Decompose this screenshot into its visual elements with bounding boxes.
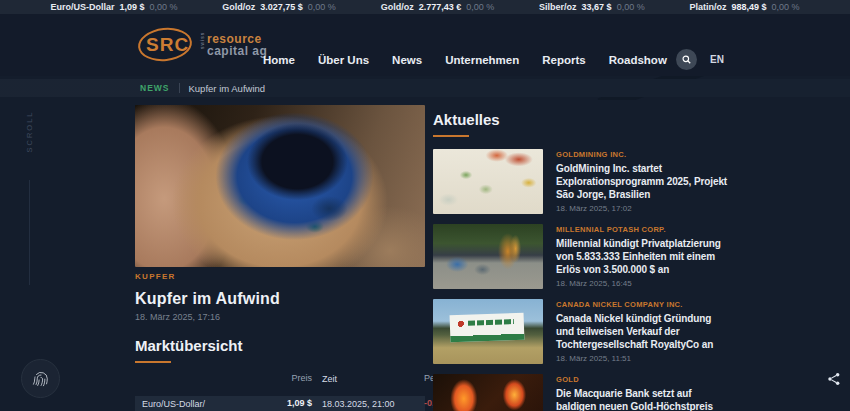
market-row-eur-usd: Euro/US-Dollar/ 1,09 $ 18.03.2025, 21:00… — [135, 396, 425, 411]
nav-item-news[interactable]: News — [392, 54, 422, 66]
col-zeit: Zeit — [322, 373, 424, 385]
ticker-value: 2.777,43 € — [419, 2, 462, 12]
ticker-label: Euro/US-Dollar — [50, 2, 114, 12]
breadcrumb-separator — [179, 83, 180, 93]
breadcrumb: NEWS Kupfer im Aufwind — [0, 79, 850, 97]
ticker-item-gold-usd: Gold/oz 3.027,75 $ 0,00 % — [222, 2, 336, 12]
nav-item-ueber-uns[interactable]: Über Uns — [318, 54, 369, 66]
main-content: KUPFER Kupfer im Aufwind 18. März 2025, … — [135, 105, 735, 411]
instrument-name: Euro/US-Dollar/ — [142, 398, 238, 410]
news-thumbnail-exploration-map — [433, 149, 543, 214]
logo-wordmark: resource capital ag — [207, 33, 267, 57]
news-thumbnail-canada-nickel-sign — [433, 299, 543, 364]
market-table-header: Preis Zeit Perf. % — [135, 371, 425, 396]
scroll-indicator: SCROLL — [9, 128, 49, 137]
nav-item-reports[interactable]: Reports — [542, 54, 585, 66]
news-item-canada-nickel[interactable]: CANADA NICKEL COMPANY INC. Canada Nickel… — [433, 299, 733, 364]
article-hero-image-copper-ore — [135, 105, 425, 267]
ticker-value: 1,09 $ — [119, 2, 144, 12]
scroll-label: SCROLL — [25, 113, 34, 153]
col-instrument — [142, 373, 238, 374]
aktuelles-title: Aktuelles — [433, 111, 733, 128]
news-text: MILLENNIAL POTASH CORP. Millennial kündi… — [556, 224, 728, 289]
share-button[interactable] — [822, 367, 846, 391]
ticker-item-eur-usd: Euro/US-Dollar 1,09 $ 0,00 % — [50, 2, 177, 12]
news-title: Millennial kündigt Privatplatzierung von… — [556, 237, 728, 276]
nav-item-home[interactable]: Home — [263, 54, 295, 66]
article-column: KUPFER Kupfer im Aufwind 18. März 2025, … — [135, 105, 425, 411]
news-item-millennial-potash[interactable]: MILLENNIAL POTASH CORP. Millennial kündi… — [433, 224, 733, 289]
search-button[interactable] — [676, 49, 697, 70]
news-title: GoldMining Inc. startet Explorationspro­… — [556, 162, 728, 201]
src-logo-mark: SRC — [138, 25, 196, 65]
nav-item-roadshow[interactable]: Roadshow — [609, 54, 667, 66]
article-category-tag[interactable]: KUPFER — [135, 272, 425, 281]
news-list: GOLDMINING INC. GoldMining Inc. startet … — [433, 149, 733, 411]
news-text: CANADA NICKEL COMPANY INC. Canada Nickel… — [556, 299, 728, 364]
section-underline — [135, 361, 171, 363]
instrument-price: 1,09 $ — [238, 398, 312, 409]
news-thumbnail-molten-gold — [433, 374, 543, 411]
news-company: GOLDMINING INC. — [556, 150, 728, 159]
market-table: Preis Zeit Perf. % Euro/US-Dollar/ 1,09 … — [135, 371, 425, 411]
nav-item-unternehmen[interactable]: Unternehmen — [445, 54, 519, 66]
news-text: GOLDMINING INC. GoldMining Inc. startet … — [556, 149, 728, 214]
site-header: SRC swiss resource capital ag Home Über … — [0, 14, 850, 76]
fingerprint-icon — [31, 369, 51, 389]
ticker-label: Gold/oz — [381, 2, 414, 12]
breadcrumb-section-news[interactable]: NEWS — [140, 83, 170, 93]
news-date: 18. März 2025, 11:51 — [556, 354, 728, 363]
language-switch-en[interactable]: EN — [710, 54, 724, 65]
search-icon — [681, 54, 692, 65]
logo-acronym: SRC — [146, 34, 189, 56]
sign-board-shape — [450, 313, 525, 343]
ticker-value: 33,67 $ — [582, 2, 612, 12]
ticker-change: 0,00 % — [308, 2, 336, 12]
news-title: Die Macquarie Bank setzt auf baldigen ne… — [556, 387, 728, 411]
main-navigation: Home Über Uns News Unternehmen Reports R… — [263, 54, 667, 66]
ticker-item-platinum-usd: Platin/oz 988,49 $ 0,00 % — [689, 2, 799, 12]
ticker-change: 0,00 % — [617, 2, 645, 12]
ticker-value: 3.027,75 $ — [260, 2, 303, 12]
share-icon — [826, 371, 842, 387]
ticker-label: Platin/oz — [689, 2, 726, 12]
news-company: CANADA NICKEL COMPANY INC. — [556, 300, 728, 309]
ticker-change: 0,00 % — [149, 2, 177, 12]
news-thumbnail-drill-site — [433, 224, 543, 289]
article-date: 18. März 2025, 17:16 — [135, 312, 425, 322]
ticker-label: Silber/oz — [539, 2, 577, 12]
logo-line-capital-ag: capital ag — [207, 45, 267, 57]
ticker-item-gold-eur: Gold/oz 2.777,43 € 0,00 % — [381, 2, 495, 12]
ticker-change: 0,00 % — [772, 2, 800, 12]
breadcrumb-current-page: Kupfer im Aufwind — [189, 83, 266, 94]
src-logo[interactable]: SRC swiss resource capital ag — [138, 25, 267, 65]
market-overview-title: Marktübersicht — [135, 337, 425, 354]
logo-swiss-vertical-text: swiss — [199, 41, 205, 49]
section-underline — [433, 135, 469, 137]
news-item-gold-macquarie[interactable]: GOLD Die Macquarie Bank setzt auf baldig… — [433, 374, 733, 411]
header-actions: EN — [676, 49, 724, 70]
news-company: GOLD — [556, 375, 728, 384]
instrument-time: 18.03.2025, 21:00 — [322, 398, 424, 410]
news-date: 18. März 2025, 16:45 — [556, 279, 728, 288]
aktuelles-sidebar: Aktuelles GOLDMINING INC. GoldMining Inc… — [433, 105, 733, 411]
article-title: Kupfer im Aufwind — [135, 290, 425, 308]
news-company: MILLENNIAL POTASH CORP. — [556, 225, 728, 234]
market-table-body: Euro/US-Dollar/ 1,09 $ 18.03.2025, 21:00… — [135, 396, 425, 411]
news-date: 18. März 2025, 17:02 — [556, 204, 728, 213]
news-text: GOLD Die Macquarie Bank setzt auf baldig… — [556, 374, 728, 411]
col-preis: Preis — [238, 373, 312, 383]
ticker-label: Gold/oz — [222, 2, 255, 12]
commodity-ticker-bar: Euro/US-Dollar 1,09 $ 0,00 % Gold/oz 3.0… — [0, 0, 850, 14]
page: Euro/US-Dollar 1,09 $ 0,00 % Gold/oz 3.0… — [0, 0, 850, 411]
ticker-item-silver-usd: Silber/oz 33,67 $ 0,00 % — [539, 2, 645, 12]
ticker-change: 0,00 % — [466, 2, 494, 12]
scroll-line — [29, 180, 30, 285]
ticker-value: 988,49 $ — [731, 2, 766, 12]
news-item-goldmining[interactable]: GOLDMINING INC. GoldMining Inc. startet … — [433, 149, 733, 214]
news-title: Canada Nickel kündigt Gründung und teilw… — [556, 312, 728, 351]
fingerprint-button[interactable] — [21, 359, 60, 398]
